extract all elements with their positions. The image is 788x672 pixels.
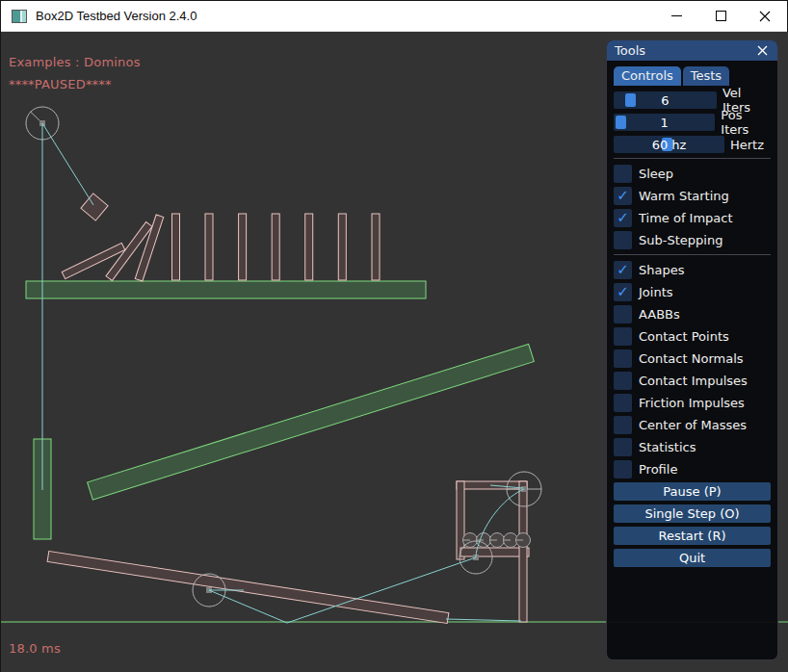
tools-panel: Tools Controls Tests 6 Vel Iters bbox=[606, 39, 778, 660]
app-icon bbox=[12, 10, 27, 23]
checkbox-warm-starting[interactable]: ✓ Warm Starting bbox=[614, 187, 770, 205]
pos-iters-slider[interactable]: 1 bbox=[614, 114, 715, 131]
paused-indicator: ****PAUSED**** bbox=[9, 77, 112, 91]
quit-button[interactable]: Quit bbox=[614, 549, 771, 567]
checkbox-shapes[interactable]: ✓ Shapes bbox=[614, 261, 770, 279]
tools-panel-title: Tools bbox=[615, 43, 645, 58]
checkbox-box[interactable] bbox=[614, 372, 632, 390]
domino bbox=[272, 214, 279, 280]
hertz-slider-row: 60 hz Hertz bbox=[614, 136, 770, 153]
checkbox-time-of-impact[interactable]: ✓ Time of Impact bbox=[614, 209, 770, 227]
checkbox-contact-impulses[interactable]: Contact Impulses bbox=[614, 372, 770, 390]
checkbox-box[interactable] bbox=[614, 394, 632, 412]
checkbox-sleep[interactable]: Sleep bbox=[614, 165, 770, 183]
long-ramp bbox=[88, 344, 535, 500]
vel-iters-slider-row: 6 Vel Iters bbox=[614, 91, 770, 109]
frame-time: 18.0 ms bbox=[9, 641, 61, 656]
dominos-platform bbox=[26, 281, 426, 298]
pos-iters-slider-row: 1 Pos Iters bbox=[614, 114, 770, 131]
checkbox-box[interactable] bbox=[614, 438, 632, 456]
hertz-label: Hertz bbox=[730, 138, 764, 152]
checkbox-joints[interactable]: ✓ Joints bbox=[614, 283, 770, 301]
tab-bar: Controls Tests bbox=[614, 66, 770, 86]
checkbox-center-of-masses[interactable]: Center of Masses bbox=[614, 416, 770, 434]
frame-right-post bbox=[519, 481, 527, 622]
close-button[interactable] bbox=[743, 1, 787, 31]
checkbox-box[interactable]: ✓ bbox=[614, 209, 632, 227]
checkbox-box[interactable] bbox=[614, 416, 632, 434]
checkbox-friction-impulses[interactable]: Friction Impulses bbox=[614, 394, 770, 412]
checkbox-box[interactable] bbox=[614, 460, 632, 478]
minimize-icon bbox=[671, 11, 682, 21]
checkbox-box[interactable] bbox=[614, 327, 632, 346]
checkbox-box[interactable] bbox=[614, 349, 632, 368]
checkbox-profile[interactable]: Profile bbox=[614, 460, 770, 478]
checkbox-box[interactable]: ✓ bbox=[614, 261, 632, 279]
pendulum-box bbox=[81, 194, 108, 220]
tools-close-button[interactable] bbox=[754, 43, 770, 59]
single-step-button[interactable]: Single Step (O) bbox=[614, 504, 771, 523]
checkbox-contact-normals[interactable]: Contact Normals bbox=[614, 349, 770, 368]
hertz-slider[interactable]: 60 hz bbox=[614, 136, 724, 153]
domino bbox=[372, 214, 380, 280]
close-icon bbox=[759, 11, 771, 22]
restart-button[interactable]: Restart (R) bbox=[614, 527, 771, 545]
domino bbox=[305, 214, 313, 280]
window-title: Box2D Testbed Version 2.4.0 bbox=[36, 9, 197, 23]
vel-iters-slider[interactable]: 6 bbox=[614, 91, 717, 109]
checkbox-aabbs[interactable]: AABBs bbox=[614, 305, 770, 323]
domino bbox=[205, 214, 213, 280]
render-area: Examples : Dominos ****PAUSED**** 18.0 m… bbox=[1, 32, 788, 672]
rope-ground bbox=[446, 619, 521, 621]
balls bbox=[463, 533, 531, 548]
rope-pendulum bbox=[42, 123, 93, 205]
pause-button[interactable]: Pause (P) bbox=[614, 482, 771, 501]
panel-close-icon bbox=[757, 45, 768, 56]
window-titlebar[interactable]: Box2D Testbed Version 2.4.0 bbox=[1, 1, 787, 32]
maximize-icon bbox=[716, 11, 726, 21]
pos-iters-label: Pos Iters bbox=[721, 108, 770, 137]
checkbox-box[interactable] bbox=[614, 305, 632, 323]
domino bbox=[239, 214, 247, 280]
domino bbox=[338, 214, 346, 280]
maximize-button[interactable] bbox=[698, 1, 743, 31]
domino bbox=[172, 214, 180, 280]
tab-tests[interactable]: Tests bbox=[683, 66, 729, 86]
separator bbox=[614, 158, 771, 159]
checkbox-box[interactable] bbox=[614, 231, 632, 249]
frame-structure bbox=[457, 481, 529, 622]
tab-controls[interactable]: Controls bbox=[614, 66, 681, 86]
checkbox-box[interactable]: ✓ bbox=[614, 283, 632, 301]
separator bbox=[614, 254, 771, 255]
minimize-button[interactable] bbox=[654, 1, 698, 31]
app-window: Box2D Testbed Version 2.4.0 bbox=[0, 0, 788, 672]
checkbox-statistics[interactable]: Statistics bbox=[614, 438, 770, 456]
checkbox-box[interactable] bbox=[614, 165, 632, 183]
checkbox-sub-stepping[interactable]: Sub-Stepping bbox=[614, 231, 770, 249]
checkbox-box[interactable]: ✓ bbox=[614, 187, 632, 205]
tools-panel-titlebar[interactable]: Tools bbox=[607, 40, 777, 61]
example-caption: Examples : Dominos bbox=[9, 55, 141, 69]
frame-shelf bbox=[460, 548, 529, 556]
checkbox-contact-points[interactable]: Contact Points bbox=[614, 327, 770, 346]
